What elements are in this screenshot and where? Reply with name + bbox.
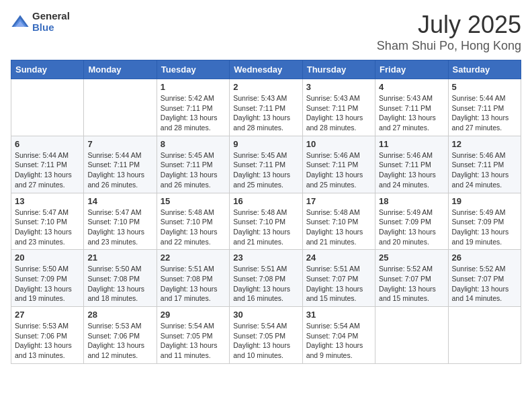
calendar-cell: 29Sunrise: 5:54 AMSunset: 7:05 PMDayligh…	[157, 307, 229, 364]
day-number: 8	[161, 139, 226, 149]
day-info: Sunrise: 5:51 AMSunset: 7:08 PMDaylight:…	[161, 264, 226, 304]
day-info: Sunrise: 5:51 AMSunset: 7:07 PMDaylight:…	[306, 264, 371, 304]
calendar-cell: 15Sunrise: 5:48 AMSunset: 7:10 PMDayligh…	[157, 193, 229, 250]
day-info: Sunrise: 5:48 AMSunset: 7:10 PMDaylight:…	[233, 208, 298, 247]
day-number: 18	[379, 196, 444, 206]
day-number: 10	[306, 139, 371, 149]
day-info: Sunrise: 5:50 AMSunset: 7:09 PMDaylight:…	[15, 264, 80, 304]
day-info: Sunrise: 5:46 AMSunset: 7:11 PMDaylight:…	[452, 150, 517, 190]
day-number: 4	[379, 82, 444, 92]
day-info: Sunrise: 5:44 AMSunset: 7:11 PMDaylight:…	[452, 93, 517, 133]
logo: General Blue	[11, 11, 70, 33]
calendar-cell	[448, 307, 521, 364]
day-info: Sunrise: 5:52 AMSunset: 7:07 PMDaylight:…	[379, 264, 444, 304]
calendar-cell: 18Sunrise: 5:49 AMSunset: 7:09 PMDayligh…	[375, 193, 448, 250]
weekday-header: Sunday	[11, 60, 84, 79]
day-number: 2	[233, 82, 298, 92]
logo-text: General Blue	[32, 11, 70, 33]
day-info: Sunrise: 5:48 AMSunset: 7:10 PMDaylight:…	[161, 208, 226, 247]
weekday-header: Thursday	[302, 60, 375, 79]
day-info: Sunrise: 5:43 AMSunset: 7:11 PMDaylight:…	[233, 93, 298, 133]
calendar-cell: 19Sunrise: 5:49 AMSunset: 7:09 PMDayligh…	[448, 193, 521, 250]
month-title: July 2025	[377, 11, 521, 39]
calendar-cell: 2Sunrise: 5:43 AMSunset: 7:11 PMDaylight…	[230, 79, 302, 136]
day-number: 3	[306, 82, 371, 92]
logo-blue: Blue	[32, 22, 70, 34]
weekday-header: Tuesday	[157, 60, 229, 79]
weekday-header: Friday	[375, 60, 448, 79]
logo-general: General	[32, 11, 70, 22]
calendar-cell: 26Sunrise: 5:52 AMSunset: 7:07 PMDayligh…	[448, 250, 521, 307]
day-number: 9	[233, 139, 298, 149]
day-info: Sunrise: 5:54 AMSunset: 7:05 PMDaylight:…	[161, 321, 226, 361]
title-block: July 2025 Sham Shui Po, Hong Kong	[377, 11, 521, 53]
day-number: 13	[15, 196, 80, 206]
calendar-cell: 23Sunrise: 5:51 AMSunset: 7:08 PMDayligh…	[230, 250, 302, 307]
day-number: 28	[87, 310, 152, 320]
calendar-cell: 25Sunrise: 5:52 AMSunset: 7:07 PMDayligh…	[375, 250, 448, 307]
calendar-cell: 1Sunrise: 5:42 AMSunset: 7:11 PMDaylight…	[157, 79, 229, 136]
day-number: 20	[15, 253, 80, 263]
calendar-header-row: SundayMondayTuesdayWednesdayThursdayFrid…	[11, 60, 521, 79]
day-number: 14	[87, 196, 152, 206]
calendar-table: SundayMondayTuesdayWednesdayThursdayFrid…	[11, 60, 521, 364]
day-info: Sunrise: 5:53 AMSunset: 7:06 PMDaylight:…	[87, 321, 152, 361]
calendar-cell: 5Sunrise: 5:44 AMSunset: 7:11 PMDaylight…	[448, 79, 521, 136]
day-number: 5	[452, 82, 517, 92]
day-info: Sunrise: 5:50 AMSunset: 7:08 PMDaylight:…	[87, 264, 152, 304]
day-number: 23	[233, 253, 298, 263]
day-info: Sunrise: 5:47 AMSunset: 7:10 PMDaylight:…	[15, 208, 80, 247]
day-info: Sunrise: 5:43 AMSunset: 7:11 PMDaylight:…	[379, 93, 444, 133]
calendar-week-row: 1Sunrise: 5:42 AMSunset: 7:11 PMDaylight…	[11, 79, 521, 136]
calendar-week-row: 13Sunrise: 5:47 AMSunset: 7:10 PMDayligh…	[11, 193, 521, 250]
day-number: 1	[161, 82, 226, 92]
calendar-cell: 13Sunrise: 5:47 AMSunset: 7:10 PMDayligh…	[11, 193, 84, 250]
day-info: Sunrise: 5:43 AMSunset: 7:11 PMDaylight:…	[306, 93, 371, 133]
day-info: Sunrise: 5:48 AMSunset: 7:10 PMDaylight:…	[306, 208, 371, 247]
weekday-header: Wednesday	[230, 60, 302, 79]
day-info: Sunrise: 5:49 AMSunset: 7:09 PMDaylight:…	[452, 208, 517, 247]
calendar-cell	[84, 79, 157, 136]
day-number: 31	[306, 310, 371, 320]
calendar-cell: 7Sunrise: 5:44 AMSunset: 7:11 PMDaylight…	[84, 136, 157, 193]
calendar-cell: 30Sunrise: 5:54 AMSunset: 7:05 PMDayligh…	[230, 307, 302, 364]
day-number: 16	[233, 196, 298, 206]
day-number: 7	[87, 139, 152, 149]
calendar-cell: 4Sunrise: 5:43 AMSunset: 7:11 PMDaylight…	[375, 79, 448, 136]
day-number: 30	[233, 310, 298, 320]
calendar-cell: 6Sunrise: 5:44 AMSunset: 7:11 PMDaylight…	[11, 136, 84, 193]
day-info: Sunrise: 5:51 AMSunset: 7:08 PMDaylight:…	[233, 264, 298, 304]
day-number: 11	[379, 139, 444, 149]
day-info: Sunrise: 5:53 AMSunset: 7:06 PMDaylight:…	[15, 321, 80, 361]
day-info: Sunrise: 5:46 AMSunset: 7:11 PMDaylight:…	[306, 150, 371, 190]
day-number: 26	[452, 253, 517, 263]
day-number: 17	[306, 196, 371, 206]
calendar-cell: 10Sunrise: 5:46 AMSunset: 7:11 PMDayligh…	[302, 136, 375, 193]
calendar-cell: 14Sunrise: 5:47 AMSunset: 7:10 PMDayligh…	[84, 193, 157, 250]
day-info: Sunrise: 5:45 AMSunset: 7:11 PMDaylight:…	[161, 150, 226, 190]
day-number: 29	[161, 310, 226, 320]
calendar-cell: 16Sunrise: 5:48 AMSunset: 7:10 PMDayligh…	[230, 193, 302, 250]
day-info: Sunrise: 5:44 AMSunset: 7:11 PMDaylight:…	[87, 150, 152, 190]
day-info: Sunrise: 5:42 AMSunset: 7:11 PMDaylight:…	[161, 93, 226, 133]
calendar-cell: 24Sunrise: 5:51 AMSunset: 7:07 PMDayligh…	[302, 250, 375, 307]
logo-icon	[11, 13, 30, 32]
calendar-cell: 9Sunrise: 5:45 AMSunset: 7:11 PMDaylight…	[230, 136, 302, 193]
calendar-week-row: 6Sunrise: 5:44 AMSunset: 7:11 PMDaylight…	[11, 136, 521, 193]
day-number: 27	[15, 310, 80, 320]
day-info: Sunrise: 5:52 AMSunset: 7:07 PMDaylight:…	[452, 264, 517, 304]
day-number: 22	[161, 253, 226, 263]
location-title: Sham Shui Po, Hong Kong	[377, 39, 521, 53]
day-number: 19	[452, 196, 517, 206]
calendar-cell: 3Sunrise: 5:43 AMSunset: 7:11 PMDaylight…	[302, 79, 375, 136]
day-info: Sunrise: 5:44 AMSunset: 7:11 PMDaylight:…	[15, 150, 80, 190]
calendar-cell: 8Sunrise: 5:45 AMSunset: 7:11 PMDaylight…	[157, 136, 229, 193]
day-info: Sunrise: 5:49 AMSunset: 7:09 PMDaylight:…	[379, 208, 444, 247]
calendar-cell: 31Sunrise: 5:54 AMSunset: 7:04 PMDayligh…	[302, 307, 375, 364]
calendar-cell: 17Sunrise: 5:48 AMSunset: 7:10 PMDayligh…	[302, 193, 375, 250]
calendar-cell: 21Sunrise: 5:50 AMSunset: 7:08 PMDayligh…	[84, 250, 157, 307]
calendar-week-row: 27Sunrise: 5:53 AMSunset: 7:06 PMDayligh…	[11, 307, 521, 364]
calendar-cell: 11Sunrise: 5:46 AMSunset: 7:11 PMDayligh…	[375, 136, 448, 193]
calendar-cell: 20Sunrise: 5:50 AMSunset: 7:09 PMDayligh…	[11, 250, 84, 307]
day-number: 24	[306, 253, 371, 263]
